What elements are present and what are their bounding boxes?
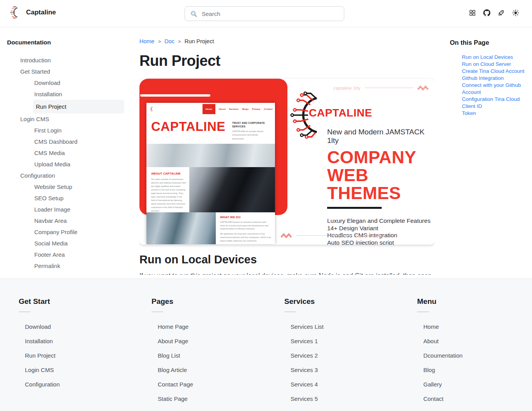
toc-link[interactable]: Connect with your Github Account (462, 82, 530, 96)
breadcrumb-doc-link[interactable]: Doc (164, 38, 174, 44)
toc-link[interactable]: Token (462, 110, 530, 117)
toc-link[interactable]: Create Tina Cloud Account (462, 68, 530, 75)
page-title: Run Project (139, 53, 434, 69)
sidebar-item[interactable]: Get Started (0, 66, 132, 77)
sidebar-item[interactable]: Navbar Area (0, 215, 132, 226)
mock-about-section: ABOUT CAPTALINE Our team consists of exp… (146, 167, 275, 212)
footer-column-title: Pages (151, 297, 268, 306)
rocket-icon[interactable] (498, 9, 505, 16)
sidebar-item[interactable]: Company Profile (0, 226, 132, 238)
sidebar-item[interactable]: Login CMS (0, 113, 132, 125)
footer-link[interactable]: Blog Article (151, 363, 268, 377)
search-input[interactable] (202, 11, 339, 17)
apps-grid-icon[interactable] (469, 9, 476, 16)
sidebar-item[interactable]: Run Project (33, 100, 124, 113)
mock-nav-item: Blogs (242, 108, 249, 110)
brand-logo[interactable]: Captaline (10, 6, 56, 19)
sidebar-item[interactable]: Loader Image (0, 204, 132, 215)
footer-link[interactable]: Run Project (19, 348, 136, 363)
toc-link[interactable]: Run on Local Devices (462, 54, 530, 61)
footer-link[interactable]: About Page (151, 334, 268, 348)
footer-divider (19, 312, 30, 312)
footer-link-list: Home PageAbout PageBlog ListBlog Article… (151, 319, 268, 406)
hero-tagline: New and Modern JAMSTACK 1lty (327, 128, 433, 145)
section-heading: Run on Local Devices (139, 253, 434, 266)
footer-link[interactable]: Static Page (151, 392, 268, 406)
main-content: Home > Doc > Run Project Run Project Hom… (139, 27, 434, 275)
footer-link[interactable]: Services 1 (284, 334, 401, 348)
toc-link[interactable]: Run on Cloud Server (462, 61, 530, 68)
sidebar-item[interactable]: Installation (0, 88, 132, 100)
footer-link[interactable]: Blog List (151, 348, 268, 363)
mock-hero-kicker: TRUST AND CORPORATE SERVICES (232, 121, 270, 128)
footer-link-list: HomeAboutDcoumentationBlogGalleryContact (417, 319, 532, 406)
sidebar-item[interactable]: Website Setup (0, 181, 132, 192)
hero-feature-item: Auto SEO injection script (327, 239, 433, 245)
footer-divider (284, 312, 296, 312)
sidebar-item[interactable]: CMS Dashboard (0, 136, 132, 147)
toc-link[interactable]: Configuration Tina Cloud (462, 96, 530, 103)
sidebar-item[interactable]: Upload Media (0, 159, 132, 170)
github-icon[interactable] (483, 9, 490, 16)
toc-link[interactable]: Github Integration (462, 75, 530, 82)
footer-link[interactable]: Services 4 (284, 377, 401, 392)
hero-feature-item: 14+ Design Variant (327, 225, 433, 232)
footer-link[interactable]: Configuration (19, 377, 136, 392)
footer-link-item: Blog List (151, 348, 268, 363)
footer-column-get-start: Get Start DownloadInstallationRun Projec… (19, 279, 136, 392)
sidebar-item[interactable]: Download (0, 77, 132, 88)
footer-link[interactable]: Services List (284, 319, 401, 334)
hero-deco-line (365, 88, 413, 88)
mock-building-photo (146, 144, 275, 167)
toc-link[interactable]: Client ID (462, 103, 530, 110)
footer-link[interactable]: Dcoumentation (417, 348, 532, 363)
sidebar-item[interactable]: Configuration (0, 170, 132, 181)
search-box[interactable] (185, 6, 344, 21)
footer-link[interactable]: Gallery (417, 377, 532, 392)
footer-link[interactable]: Blog (417, 363, 532, 377)
footer-link[interactable]: Services 3 (284, 363, 401, 377)
theme-sun-icon[interactable] (512, 9, 519, 16)
mock-nav-item: Home (203, 104, 215, 114)
footer-link-list: Services ListServices 1Services 2Service… (284, 319, 401, 406)
footer-link[interactable]: Contact (417, 392, 532, 406)
toc-title: On this Page (450, 39, 530, 46)
footer-link[interactable]: Login CMS (19, 363, 136, 377)
breadcrumb-current: Run Project (185, 38, 214, 44)
sidebar-item[interactable]: Footer Area (0, 249, 132, 260)
footer-link-item: Services 1 (284, 334, 401, 348)
footer-column-menu: Menu HomeAboutDcoumentationBlogGalleryCo… (417, 279, 532, 406)
footer-link-item: Services List (284, 319, 401, 334)
footer-link-item: About Page (151, 334, 268, 348)
footer-link-item: Home (417, 319, 532, 334)
footer-column-pages: Pages Home PageAbout PageBlog ListBlog A… (151, 279, 268, 406)
zigzag-icon (417, 85, 429, 91)
footer-link[interactable]: Home Page (151, 319, 268, 334)
sidebar-item[interactable]: Introduction (0, 55, 132, 66)
breadcrumb-home-link[interactable]: Home (139, 38, 155, 44)
hero-deco-line (296, 235, 351, 236)
sidebar-item[interactable]: Social Media (0, 238, 132, 249)
footer-link[interactable]: Contact Page (151, 377, 268, 392)
footer-link[interactable]: Services 2 (284, 348, 401, 363)
mock-hero-subtext: CAPTALINE for private clients, entrepren… (232, 130, 270, 141)
mock-nav-item: About (219, 108, 225, 110)
footer-link[interactable]: Download (19, 319, 136, 334)
footer-link[interactable]: Home (417, 319, 532, 334)
sidebar-item[interactable]: First Login (0, 125, 132, 136)
sidebar-item[interactable]: Permalink (0, 260, 132, 272)
footer-divider (417, 312, 429, 312)
footer-link[interactable]: About (417, 334, 532, 348)
footer-link[interactable]: Services 5 (284, 392, 401, 406)
footer-link-item: Services 3 (284, 363, 401, 377)
footer-link-item: Run Project (19, 348, 136, 363)
sidebar-item[interactable]: CMS Media (0, 147, 132, 159)
docs-sidebar: Documentation Introduction Get Started D… (0, 27, 132, 279)
on-this-page: On this Page Run on Local DevicesRun on … (450, 27, 530, 117)
footer-link-item: Download (19, 319, 136, 334)
hero-feature-list: Luxury Elegan and Complete Features14+ D… (327, 217, 433, 244)
sidebar-item[interactable]: SEO Setup (0, 192, 132, 204)
mock-nav-item: Services (229, 108, 239, 110)
footer-link[interactable]: Installation (19, 334, 136, 348)
footer-link-item: About (417, 334, 532, 348)
